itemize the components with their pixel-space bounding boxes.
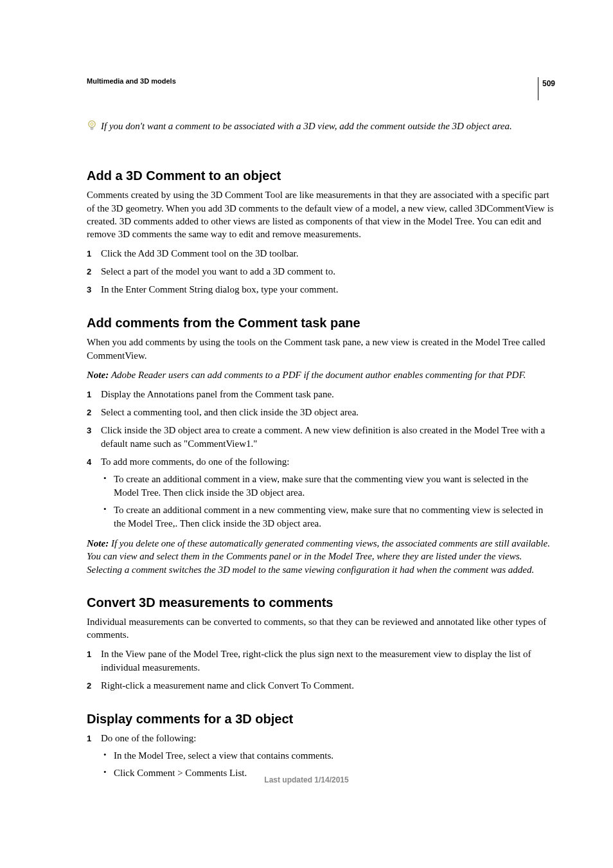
note-text: Adobe Reader users can add comments to a…: [111, 370, 526, 380]
list-item: In the Enter Comment String dialog box, …: [87, 283, 555, 296]
running-head: Multimedia and 3D models: [87, 77, 555, 85]
para: When you add comments by using the tools…: [87, 336, 555, 362]
tip-text: If you don't want a comment to be associ…: [101, 120, 512, 132]
bullet-list: To create an additional comment in a vie…: [101, 473, 555, 530]
page-number-container: 509: [538, 77, 555, 100]
list-item: Click the Add 3D Comment tool on the 3D …: [87, 247, 555, 260]
list-item-text: To add more comments, do one of the foll…: [101, 457, 289, 467]
list-item: Select a part of the model you want to a…: [87, 265, 555, 278]
note: Note: If you delete one of these automat…: [87, 537, 555, 576]
list-item: Display the Annotations panel from the C…: [87, 388, 555, 401]
ordered-list: In the View pane of the Model Tree, righ…: [87, 647, 555, 692]
list-item: To add more comments, do one of the foll…: [87, 455, 555, 530]
para: Individual measurements can be converted…: [87, 615, 555, 642]
ordered-list: Display the Annotations panel from the C…: [87, 388, 555, 530]
list-item: To create an additional comment in a new…: [101, 503, 555, 530]
note-label: Note:: [87, 370, 111, 380]
footer-last-updated: Last updated 1/14/2015: [0, 775, 613, 784]
lightbulb-icon: [87, 120, 97, 132]
ordered-list: Do one of the following: In the Model Tr…: [87, 732, 555, 780]
heading-add-3d-comment-object: Add a 3D Comment to an object: [87, 168, 555, 183]
section-add-3d-comment-object: Add a 3D Comment to an object Comments c…: [87, 168, 555, 296]
para: Comments created by using the 3D Comment…: [87, 188, 555, 240]
page: 509 Multimedia and 3D models If you don'…: [0, 0, 613, 823]
heading-convert-3d-measurements: Convert 3D measurements to comments: [87, 595, 555, 610]
tip-block: If you don't want a comment to be associ…: [87, 120, 555, 132]
list-item: In the Model Tree, select a view that co…: [101, 749, 555, 763]
svg-rect-2: [91, 127, 93, 130]
list-item: Do one of the following: In the Model Tr…: [87, 732, 555, 780]
heading-add-comments-task-pane: Add comments from the Comment task pane: [87, 316, 555, 330]
svg-point-1: [91, 123, 93, 125]
note-label: Note:: [87, 538, 111, 548]
heading-display-comments: Display comments for a 3D object: [87, 712, 555, 727]
list-item: Right-click a measurement name and click…: [87, 679, 555, 692]
section-convert-3d-measurements: Convert 3D measurements to comments Indi…: [87, 595, 555, 693]
note-text: If you delete one of these automatically…: [87, 538, 550, 575]
list-item: Click inside the 3D object area to creat…: [87, 424, 555, 451]
list-item: Select a commenting tool, and then click…: [87, 406, 555, 419]
list-item-text: Do one of the following:: [101, 733, 196, 743]
list-item: To create an additional comment in a vie…: [101, 473, 555, 500]
list-item: In the View pane of the Model Tree, righ…: [87, 647, 555, 674]
section-add-comments-task-pane: Add comments from the Comment task pane …: [87, 316, 555, 576]
note: Note: Adobe Reader users can add comment…: [87, 368, 555, 381]
ordered-list: Click the Add 3D Comment tool on the 3D …: [87, 247, 555, 296]
section-display-comments: Display comments for a 3D object Do one …: [87, 712, 555, 780]
page-number: 509: [542, 79, 555, 88]
